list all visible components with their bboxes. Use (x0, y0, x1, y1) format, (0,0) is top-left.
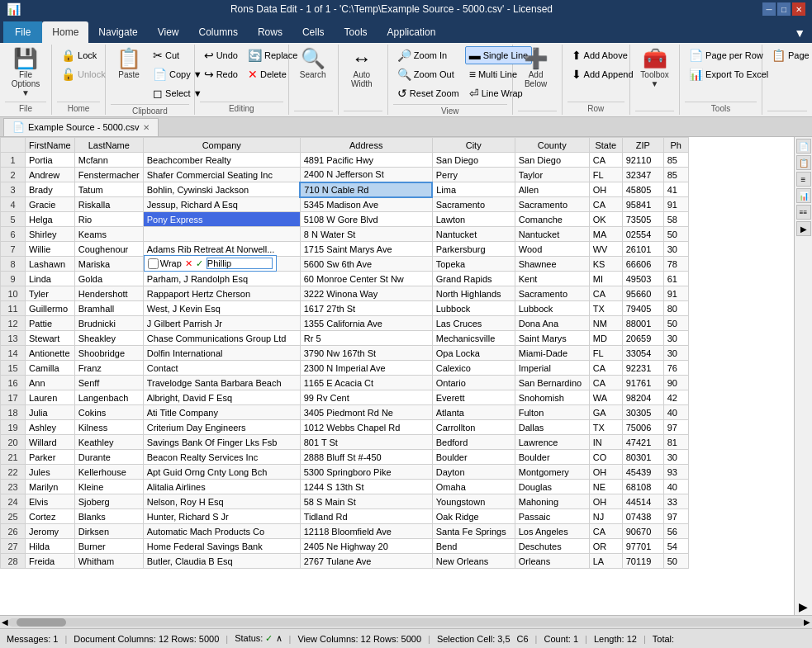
table-cell[interactable]: Atlanta (432, 405, 515, 420)
table-cell[interactable]: Franz (74, 361, 143, 376)
table-cell[interactable]: CO (589, 450, 622, 465)
table-cell[interactable]: 07438 (622, 509, 663, 524)
table-cell[interactable]: 12 (1, 316, 26, 331)
table-cell[interactable]: Elvis (26, 494, 75, 509)
table-cell[interactable]: 90670 (622, 524, 663, 539)
table-cell[interactable]: 3 (1, 182, 26, 197)
table-cell[interactable]: Wrap✕✓ (143, 257, 300, 272)
table-cell[interactable]: 10 (1, 286, 26, 301)
table-cell[interactable]: Guillermo (26, 301, 75, 316)
table-cell[interactable]: 30 (663, 450, 688, 465)
table-cell[interactable]: Fulton (515, 405, 589, 420)
table-cell[interactable]: Camilla (26, 361, 75, 376)
table-cell[interactable]: Pattie (26, 316, 75, 331)
table-cell[interactable]: 2300 N Imperial Ave (300, 361, 432, 376)
table-cell[interactable]: Calexico (432, 361, 515, 376)
table-cell[interactable]: Sacramento (515, 286, 589, 301)
col-header-ph[interactable]: Ph (663, 138, 688, 153)
table-cell[interactable]: 26101 (622, 242, 663, 257)
table-cell[interactable]: 17 (1, 390, 26, 405)
table-cell[interactable]: Coughenour (74, 242, 143, 257)
table-cell[interactable]: 26 (1, 524, 26, 539)
doc-tab-close-button[interactable]: ✕ (143, 123, 150, 132)
table-cell[interactable]: 85 (663, 153, 688, 168)
table-cell[interactable]: 2405 Ne Highway 20 (300, 539, 432, 554)
table-cell[interactable]: West, J Kevin Esq (143, 301, 300, 316)
table-cell[interactable]: Cokins (74, 405, 143, 420)
table-cell[interactable]: CA (589, 361, 622, 376)
table-cell[interactable]: San Bernardino (515, 376, 589, 390)
table-cell[interactable]: Wood (515, 242, 589, 257)
table-cell[interactable]: FL (589, 346, 622, 361)
table-cell[interactable]: Dallas (515, 420, 589, 435)
table-cell[interactable]: 58 (663, 212, 688, 227)
table-cell[interactable]: Passaic (515, 509, 589, 524)
table-cell[interactable]: NE (589, 480, 622, 494)
table-cell[interactable]: 12118 Bloomfield Ave (300, 524, 432, 539)
table-cell[interactable]: Lauren (26, 390, 75, 405)
table-cell[interactable]: 710 N Cable Rd (300, 182, 432, 197)
table-cell[interactable]: Hilda (26, 539, 75, 554)
table-cell[interactable]: 56 (663, 524, 688, 539)
table-cell[interactable]: Albright, David F Esq (143, 390, 300, 405)
table-cell[interactable]: Shawnee (515, 257, 589, 272)
table-cell[interactable]: 98204 (622, 390, 663, 405)
table-cell[interactable]: MA (589, 227, 622, 242)
table-cell[interactable]: Contact (143, 361, 300, 376)
right-panel-btn-1[interactable]: 📄 (796, 139, 811, 154)
table-cell[interactable]: Santa Fe Springs (432, 524, 515, 539)
table-cell[interactable]: Lawrence (515, 435, 589, 450)
table-cell[interactable]: 41 (663, 182, 688, 197)
table-cell[interactable]: 18 (1, 405, 26, 420)
table-cell[interactable]: 7 (1, 242, 26, 257)
table-cell[interactable]: Jules (26, 465, 75, 480)
file-options-button[interactable]: 💾 FileOptions ▼ (5, 46, 46, 100)
table-cell[interactable]: Travelodge Santa Barbara Beach (143, 376, 300, 390)
table-cell[interactable]: Perry (432, 168, 515, 182)
table-cell[interactable]: 24 (1, 494, 26, 509)
table-cell[interactable]: 2767 Tulane Ave (300, 554, 432, 569)
table-cell[interactable]: CA (589, 197, 622, 212)
table-cell[interactable]: 90 (663, 376, 688, 390)
table-cell[interactable]: Las Cruces (432, 316, 515, 331)
table-cell[interactable]: 5108 W Gore Blvd (300, 212, 432, 227)
table-cell[interactable]: Butler, Claudia B Esq (143, 554, 300, 569)
table-cell[interactable]: Durante (74, 450, 143, 465)
table-cell[interactable]: 42 (663, 390, 688, 405)
grid-container[interactable]: FirstName LastName Company Address City … (0, 137, 794, 615)
table-cell[interactable]: Comanche (515, 212, 589, 227)
table-cell[interactable]: Mariska (74, 257, 143, 272)
table-cell[interactable]: Tatum (74, 182, 143, 197)
table-cell[interactable]: NJ (589, 509, 622, 524)
table-cell[interactable]: 30 (663, 346, 688, 361)
inline-edit-input[interactable] (207, 258, 273, 269)
table-cell[interactable]: Adams Rib Retreat At Norwell... (143, 242, 300, 257)
table-cell[interactable]: NM (589, 316, 622, 331)
col-header-city[interactable]: City (432, 138, 515, 153)
table-cell[interactable]: Miami-Dade (515, 346, 589, 361)
table-cell[interactable]: Linda (26, 272, 75, 286)
table-cell[interactable]: Parker (26, 450, 75, 465)
table-cell[interactable]: 1715 Saint Marys Ave (300, 242, 432, 257)
table-cell[interactable]: Blanks (74, 509, 143, 524)
table-cell[interactable] (143, 227, 300, 242)
table-cell[interactable]: Hunter, Richard S Jr (143, 509, 300, 524)
table-cell[interactable]: 02554 (622, 227, 663, 242)
wrap-checkbox[interactable] (148, 258, 159, 269)
table-cell[interactable]: Shafer Commercial Seating Inc (143, 168, 300, 182)
table-cell[interactable]: 8 N Water St (300, 227, 432, 242)
table-cell[interactable]: 30305 (622, 405, 663, 420)
scroll-right-btn[interactable]: ▶ (804, 617, 810, 627)
col-header-zip[interactable]: ZIP (622, 138, 663, 153)
table-cell[interactable]: Kellerhouse (74, 465, 143, 480)
doc-tab[interactable]: 📄 Example Source - 5000.csv ✕ (3, 118, 159, 136)
table-cell[interactable]: OH (589, 182, 622, 197)
table-cell[interactable]: Andrew (26, 168, 75, 182)
table-cell[interactable]: Automatic Mach Products Co (143, 524, 300, 539)
table-cell[interactable]: Bramhall (74, 301, 143, 316)
table-cell[interactable]: Ann (26, 376, 75, 390)
table-cell[interactable]: Beacon Realty Services Inc (143, 450, 300, 465)
table-cell[interactable]: 4 (1, 197, 26, 212)
right-panel-btn-4[interactable]: 📊 (796, 188, 811, 203)
table-cell[interactable]: WV (589, 242, 622, 257)
